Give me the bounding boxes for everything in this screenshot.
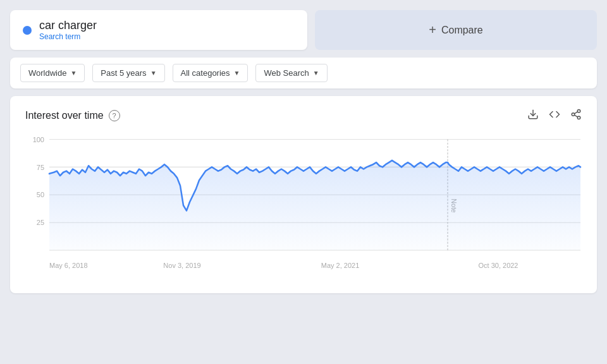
time-filter-button[interactable]: Past 5 years ▼ bbox=[92, 64, 164, 82]
svg-text:Nov 3, 2019: Nov 3, 2019 bbox=[163, 262, 200, 269]
compare-card[interactable]: + Compare bbox=[315, 10, 597, 50]
svg-text:50: 50 bbox=[37, 191, 44, 198]
search-term-card: car charger Search term bbox=[10, 10, 307, 50]
compare-label: Compare bbox=[441, 25, 483, 36]
compare-plus-icon: + bbox=[429, 23, 436, 37]
chart-header: Interest over time ? bbox=[25, 109, 582, 123]
category-filter-label: All categories bbox=[181, 68, 230, 78]
top-row: car charger Search term + Compare bbox=[10, 10, 597, 50]
region-filter-button[interactable]: Worldwide ▼ bbox=[20, 64, 85, 82]
svg-text:May 2, 2021: May 2, 2021 bbox=[321, 262, 360, 269]
svg-text:May 6, 2018: May 6, 2018 bbox=[49, 262, 88, 269]
category-chevron-icon: ▼ bbox=[234, 70, 240, 76]
svg-marker-21 bbox=[49, 161, 580, 250]
chart-title-group: Interest over time ? bbox=[25, 110, 120, 121]
search-type-filter-label: Web Search bbox=[264, 68, 309, 78]
time-filter-label: Past 5 years bbox=[101, 68, 146, 78]
svg-text:Oct 30, 2022: Oct 30, 2022 bbox=[479, 262, 518, 269]
svg-text:100: 100 bbox=[33, 135, 44, 143]
filter-row: Worldwide ▼ Past 5 years ▼ All categorie… bbox=[10, 58, 597, 88]
chart-card: Interest over time ? bbox=[10, 96, 597, 293]
download-icon[interactable] bbox=[527, 109, 539, 123]
search-type-filter-button[interactable]: Web Search ▼ bbox=[255, 64, 327, 82]
svg-line-4 bbox=[574, 115, 577, 117]
chart-area: 100 75 50 25 May 6, 2018 Nov 3, 2019 May… bbox=[25, 133, 582, 278]
chart-actions bbox=[527, 109, 582, 123]
search-chevron-icon: ▼ bbox=[313, 70, 319, 76]
search-term-text: car charger Search term bbox=[39, 19, 97, 41]
category-filter-button[interactable]: All categories ▼ bbox=[173, 64, 248, 82]
share-icon[interactable] bbox=[570, 109, 582, 123]
help-icon[interactable]: ? bbox=[109, 110, 120, 121]
page-wrapper: car charger Search term + Compare Worldw… bbox=[0, 0, 607, 303]
search-term-label: Search term bbox=[39, 32, 97, 41]
embed-icon[interactable] bbox=[549, 109, 560, 123]
search-term-dot bbox=[23, 26, 32, 35]
svg-text:75: 75 bbox=[37, 163, 44, 171]
chart-svg: 100 75 50 25 May 6, 2018 Nov 3, 2019 May… bbox=[25, 133, 582, 278]
search-term-name: car charger bbox=[39, 19, 97, 32]
svg-text:25: 25 bbox=[37, 219, 44, 226]
time-chevron-icon: ▼ bbox=[150, 70, 157, 76]
region-filter-label: Worldwide bbox=[28, 68, 66, 78]
chart-title: Interest over time bbox=[25, 110, 104, 121]
svg-line-5 bbox=[574, 112, 577, 114]
region-chevron-icon: ▼ bbox=[70, 70, 77, 76]
